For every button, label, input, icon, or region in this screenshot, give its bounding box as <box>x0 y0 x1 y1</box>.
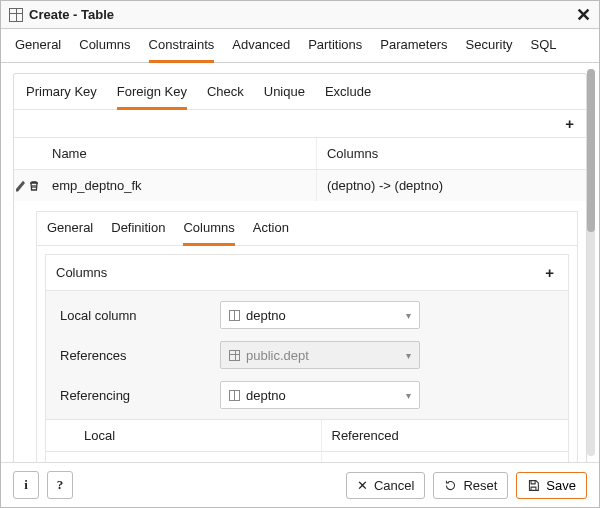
referencing-select[interactable]: deptno ▾ <box>220 381 420 409</box>
delete-icon[interactable] <box>28 180 40 192</box>
tab-partitions[interactable]: Partitions <box>308 37 362 62</box>
tab-constraints[interactable]: Constraints <box>149 37 215 63</box>
chevron-down-icon: ▾ <box>406 310 411 321</box>
dtab-action[interactable]: Action <box>253 220 289 245</box>
tab-security[interactable]: Security <box>466 37 513 62</box>
references-value: public.dept <box>246 348 309 363</box>
footer: i ? ✕ Cancel Reset Save <box>1 462 599 507</box>
columns-panel: Columns + Local column deptno ▾ <box>45 254 569 462</box>
local-column-select[interactable]: deptno ▾ <box>220 301 420 329</box>
close-icon[interactable]: ✕ <box>576 6 591 24</box>
local-column-label: Local column <box>60 308 220 323</box>
add-fk-button[interactable]: + <box>561 114 578 133</box>
fk-header-name: Name <box>42 138 316 169</box>
dtab-definition[interactable]: Definition <box>111 220 165 245</box>
add-column-button[interactable]: + <box>541 263 558 282</box>
content: Primary Key Foreign Key Check Unique Exc… <box>1 63 599 462</box>
table-icon <box>9 8 23 22</box>
tab-general[interactable]: General <box>15 37 61 62</box>
references-select: public.dept ▾ <box>220 341 420 369</box>
fk-detail-panel: General Definition Columns Action Column… <box>36 211 578 462</box>
cancel-button[interactable]: ✕ Cancel <box>346 472 425 499</box>
referencing-label: Referencing <box>60 388 220 403</box>
main-tabs: General Columns Constraints Advanced Par… <box>1 29 599 63</box>
dtab-columns[interactable]: Columns <box>183 220 234 246</box>
subtab-primary-key[interactable]: Primary Key <box>26 84 97 109</box>
referencing-value: deptno <box>246 388 286 403</box>
reset-button[interactable]: Reset <box>433 472 508 499</box>
fk-header-columns: Columns <box>316 138 586 169</box>
mapping-header-ref: Referenced <box>321 420 569 451</box>
fk-detail-tabs: General Definition Columns Action <box>37 212 577 246</box>
info-button[interactable]: i <box>13 471 39 499</box>
mapping-local: deptno <box>74 452 321 462</box>
scrollbar[interactable] <box>587 69 595 456</box>
chevron-down-icon: ▾ <box>406 390 411 401</box>
mapping-table: Local Referenced deptno deptno <box>46 419 568 462</box>
columns-panel-title: Columns <box>56 265 107 280</box>
constraint-subtabs: Primary Key Foreign Key Check Unique Exc… <box>14 74 586 110</box>
save-button[interactable]: Save <box>516 472 587 499</box>
table-icon <box>229 350 240 361</box>
chevron-down-icon: ▾ <box>406 350 411 361</box>
delete-mapping-icon[interactable] <box>56 462 64 463</box>
dtab-general[interactable]: General <box>47 220 93 245</box>
mapping-row: deptno deptno <box>46 452 568 462</box>
fk-add-row: + <box>14 110 586 138</box>
tab-parameters[interactable]: Parameters <box>380 37 447 62</box>
subtab-foreign-key[interactable]: Foreign Key <box>117 84 187 110</box>
mapping-ref: deptno <box>321 452 569 462</box>
dialog-title: Create - Table <box>29 7 576 22</box>
edit-icon[interactable] <box>16 180 26 192</box>
fk-row: emp_deptno_fk (deptno) -> (deptno) <box>14 170 586 201</box>
constraints-panel: Primary Key Foreign Key Check Unique Exc… <box>13 73 587 462</box>
subtab-check[interactable]: Check <box>207 84 244 109</box>
reset-icon <box>444 479 457 492</box>
subtab-unique[interactable]: Unique <box>264 84 305 109</box>
references-label: References <box>60 348 220 363</box>
column-icon <box>229 390 240 401</box>
dialog: Create - Table ✕ General Columns Constra… <box>0 0 600 508</box>
fk-row-name: emp_deptno_fk <box>42 170 316 201</box>
tab-advanced[interactable]: Advanced <box>232 37 290 62</box>
fk-grid-header: Name Columns <box>14 138 586 170</box>
save-icon <box>527 479 540 492</box>
local-column-value: deptno <box>246 308 286 323</box>
subtab-exclude[interactable]: Exclude <box>325 84 371 109</box>
fk-row-columns: (deptno) -> (deptno) <box>316 170 586 201</box>
column-icon <box>229 310 240 321</box>
tab-columns[interactable]: Columns <box>79 37 130 62</box>
close-icon: ✕ <box>357 478 368 493</box>
mapping-header-local: Local <box>74 420 321 451</box>
tab-sql[interactable]: SQL <box>531 37 557 62</box>
titlebar: Create - Table ✕ <box>1 1 599 29</box>
fk-column-form: Local column deptno ▾ References <box>46 291 568 419</box>
help-button[interactable]: ? <box>47 471 73 499</box>
